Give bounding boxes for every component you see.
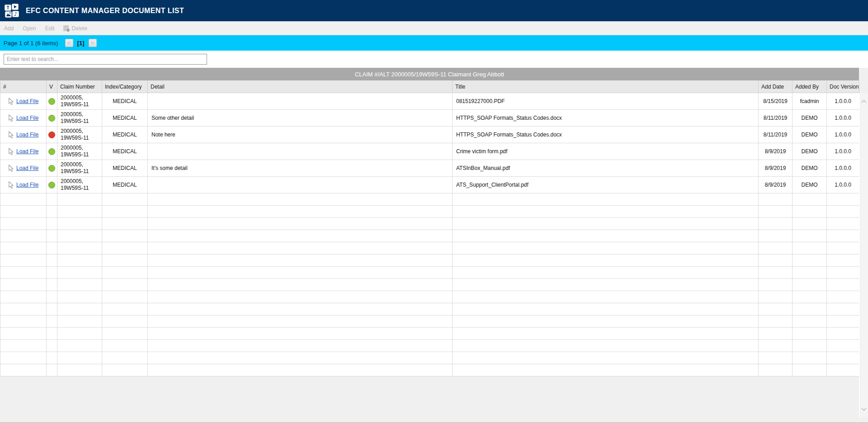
column-header-index-category[interactable]: Index/Category [102, 80, 148, 93]
column-header-detail[interactable]: Detail [148, 80, 453, 93]
scrollbar-track[interactable] [860, 93, 868, 418]
empty-cell [57, 254, 102, 267]
toolbar-delete-button[interactable]: Delete [63, 25, 87, 32]
document-row[interactable]: Load File2000005, 19W59S-11MEDICALCrime … [0, 143, 859, 160]
empty-cell [102, 230, 148, 242]
load-file-link[interactable]: Load File [16, 115, 38, 121]
claim-number-cell: 2000005, 19W59S-11 [57, 160, 102, 177]
empty-cell [57, 218, 102, 230]
empty-cell [793, 218, 827, 230]
doc-version-cell: 1.0.0.0 [827, 160, 859, 177]
toolbar-add-button[interactable]: Add [4, 25, 14, 32]
chevron-down-icon[interactable] [861, 408, 867, 411]
pagination-bar: Page 1 of 1 (6 items) < [1] > [0, 35, 868, 51]
empty-cell [453, 242, 759, 254]
load-file-link[interactable]: Load File [16, 165, 38, 171]
added-by-cell: DEMO [793, 110, 827, 127]
empty-cell [827, 291, 859, 303]
load-file-cell: Load File [0, 177, 47, 193]
claim-number-cell: 2000005, 19W59S-11 [57, 177, 102, 193]
empty-row [0, 218, 859, 230]
empty-cell [827, 206, 859, 218]
empty-cell [47, 254, 57, 267]
current-page-indicator[interactable]: [1] [77, 40, 85, 47]
column-header-number[interactable]: # [0, 80, 47, 93]
empty-cell [759, 315, 793, 328]
empty-cell [47, 218, 57, 230]
empty-cell [47, 206, 57, 218]
document-row[interactable]: Load File2000005, 19W59S-11MEDICALATS_Su… [0, 177, 859, 193]
column-header-added-by[interactable]: Added By [793, 80, 827, 93]
doc-version-cell: 1.0.0.0 [827, 93, 859, 110]
empty-cell [148, 267, 453, 279]
empty-cell [148, 352, 453, 364]
cursor-arrow-icon [8, 114, 14, 122]
empty-cell [47, 328, 57, 340]
empty-cell [827, 218, 859, 230]
empty-row [0, 328, 859, 340]
empty-cell [827, 242, 859, 254]
toolbar-open-button[interactable]: Open [23, 25, 36, 32]
vertical-scrollbar[interactable] [859, 93, 868, 418]
empty-cell [102, 193, 148, 206]
empty-cell [102, 267, 148, 279]
column-header-add-date[interactable]: Add Date [759, 80, 793, 93]
empty-row [0, 315, 859, 328]
empty-cell [759, 242, 793, 254]
empty-cell [148, 340, 453, 352]
empty-cell [102, 328, 148, 340]
detail-cell [148, 143, 453, 160]
load-file-cell: Load File [0, 127, 47, 143]
empty-cell [793, 193, 827, 206]
document-row[interactable]: Load File2000005, 19W59S-11MEDICAL081519… [0, 93, 859, 110]
load-file-link[interactable]: Load File [16, 148, 38, 155]
status-dot-green [48, 182, 55, 188]
empty-cell [0, 193, 47, 206]
empty-cell [0, 218, 47, 230]
empty-row [0, 242, 859, 254]
load-file-link[interactable]: Load File [16, 182, 38, 188]
empty-cell [57, 279, 102, 291]
load-file-cell: Load File [0, 160, 47, 177]
empty-cell [453, 340, 759, 352]
detail-cell: It's some detail [148, 160, 453, 177]
empty-cell [0, 230, 47, 242]
empty-cell [102, 291, 148, 303]
column-header-v[interactable]: V [47, 80, 57, 93]
prev-page-button[interactable]: < [65, 39, 73, 47]
empty-cell [57, 364, 102, 376]
empty-cell [827, 364, 859, 376]
load-file-link[interactable]: Load File [16, 98, 38, 104]
efc-content-manager-window: T ♪ EFC CONTENT MANAGER DOCUMENT LIST Ad… [0, 0, 868, 423]
document-row[interactable]: Load File2000005, 19W59S-11MEDICALIt's s… [0, 160, 859, 177]
toolbar-edit-button[interactable]: Edit [45, 25, 55, 32]
column-header-title[interactable]: Title [453, 80, 759, 93]
column-header-claim-number[interactable]: Claim Number [57, 80, 102, 93]
title-cell: 081519227000.PDF [453, 93, 759, 110]
chevron-up-icon[interactable] [861, 99, 867, 103]
column-header-doc-version[interactable]: Doc Version [827, 80, 859, 93]
empty-cell [102, 364, 148, 376]
empty-cell [793, 340, 827, 352]
search-input[interactable] [4, 54, 207, 65]
empty-cell [827, 230, 859, 242]
document-row[interactable]: Load File2000005, 19W59S-11MEDICALNote h… [0, 127, 859, 143]
empty-cell [57, 230, 102, 242]
add-date-cell: 8/9/2019 [759, 160, 793, 177]
empty-cell [759, 303, 793, 315]
cursor-arrow-icon [8, 98, 14, 105]
document-row[interactable]: Load File2000005, 19W59S-11MEDICALSome o… [0, 110, 859, 127]
empty-cell [793, 328, 827, 340]
next-page-button[interactable]: > [89, 39, 97, 47]
empty-cell [0, 364, 47, 376]
empty-cell [47, 279, 57, 291]
empty-cell [793, 315, 827, 328]
empty-cell [827, 303, 859, 315]
status-cell [47, 160, 57, 177]
detail-cell [148, 177, 453, 193]
status-cell [47, 127, 57, 143]
load-file-link[interactable]: Load File [16, 132, 38, 138]
empty-cell [827, 193, 859, 206]
empty-cell [0, 291, 47, 303]
empty-cell [759, 206, 793, 218]
